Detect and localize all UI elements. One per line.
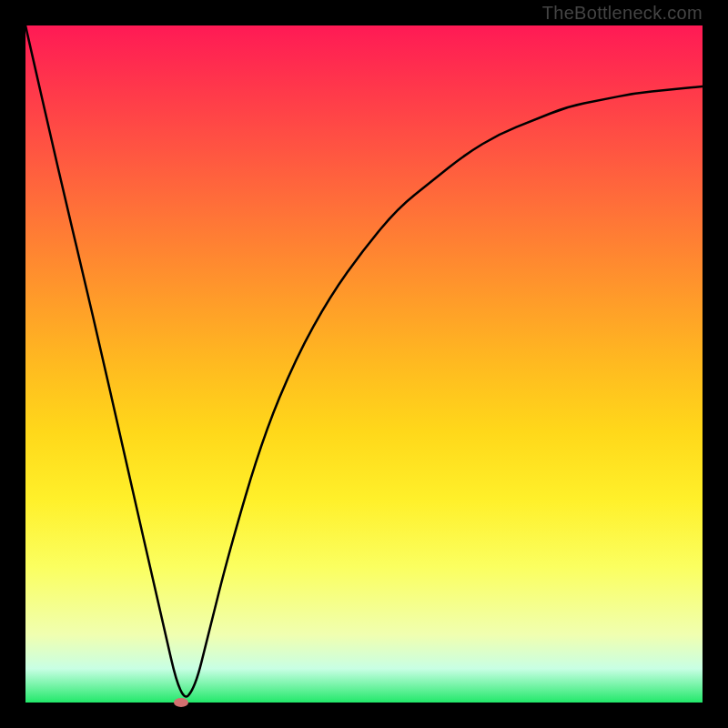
minimum-marker: [174, 698, 188, 707]
plot-area: [25, 25, 703, 703]
watermark: TheBottleneck.com: [542, 2, 703, 24]
chart-frame: TheBottleneck.com: [0, 0, 728, 728]
curve-svg: [25, 25, 703, 703]
bottleneck-curve: [25, 25, 703, 697]
watermark-text: TheBottleneck.com: [542, 3, 703, 24]
